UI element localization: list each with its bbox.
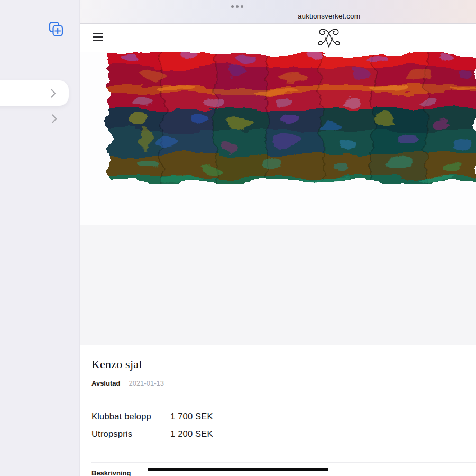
screen: auktionsverket.com bbox=[0, 0, 476, 476]
price-table: Klubbat belopp 1 700 SEK Utropspris 1 20… bbox=[91, 411, 476, 439]
product-photo[interactable] bbox=[79, 52, 476, 225]
address-bar[interactable]: auktionsverket.com bbox=[298, 12, 360, 20]
safari-page: Kenzo sjal Avslutad 2021-01-13 Klubbat b… bbox=[79, 23, 476, 476]
auction-meta: Avslutad 2021-01-13 bbox=[91, 379, 476, 387]
table-row-hammer-price: Klubbat belopp 1 700 SEK bbox=[91, 411, 476, 422]
photo-gap bbox=[79, 225, 476, 345]
duplicate-plus-icon bbox=[49, 21, 63, 37]
kenzo-scarf-image bbox=[103, 52, 476, 184]
section-divider bbox=[91, 462, 476, 463]
end-date: 2021-01-13 bbox=[129, 379, 164, 387]
row-label: Klubbat belopp bbox=[91, 411, 170, 422]
browser-topbar: auktionsverket.com bbox=[79, 0, 476, 24]
left-sidebar bbox=[0, 0, 80, 476]
home-indicator[interactable] bbox=[148, 468, 328, 471]
auktionsverket-logo-icon[interactable] bbox=[316, 27, 342, 50]
status-badge: Avslutad bbox=[91, 379, 120, 387]
row-value: 1 200 SEK bbox=[170, 429, 476, 439]
chevron-right-icon bbox=[52, 114, 57, 123]
site-header bbox=[79, 23, 476, 52]
menu-icon[interactable] bbox=[93, 33, 103, 41]
product-title: Kenzo sjal bbox=[91, 358, 476, 371]
new-window-button[interactable] bbox=[49, 21, 63, 37]
table-row-starting-price: Utropspris 1 200 SEK bbox=[91, 429, 476, 439]
row-value: 1 700 SEK bbox=[170, 411, 476, 422]
window-controls-icon[interactable] bbox=[231, 5, 245, 8]
row-label: Utropspris bbox=[91, 429, 170, 439]
chevron-right-icon bbox=[51, 89, 56, 98]
product-details: Kenzo sjal Avslutad 2021-01-13 Klubbat b… bbox=[79, 345, 476, 476]
collapsed-list-item[interactable] bbox=[0, 80, 69, 106]
expand-item-button[interactable] bbox=[52, 114, 58, 123]
